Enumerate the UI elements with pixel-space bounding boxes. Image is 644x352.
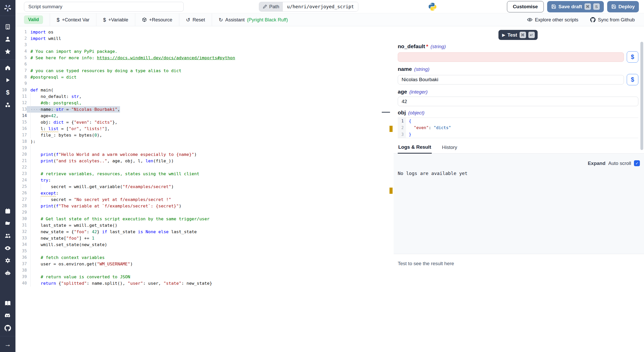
line-content: except: bbox=[27, 190, 58, 196]
sidebar-item-workspace[interactable] bbox=[0, 21, 15, 33]
building-icon bbox=[5, 24, 11, 30]
sidebar-collapse-button[interactable]: → bbox=[0, 338, 15, 350]
sidebar-item-runs[interactable] bbox=[0, 74, 15, 86]
no-default-input[interactable] bbox=[398, 52, 624, 62]
line-number: 21 bbox=[15, 158, 27, 164]
line-number: 36 bbox=[15, 254, 27, 261]
save-draft-label: Save draft bbox=[558, 4, 582, 10]
sidebar-item-groups[interactable] bbox=[0, 230, 15, 242]
line-content: { bbox=[406, 118, 411, 124]
code-line: 2 "even": "dicts" bbox=[398, 124, 638, 131]
code-line: 26 except: bbox=[15, 190, 386, 196]
insert-variable-button[interactable]: $ bbox=[627, 74, 638, 85]
add-context-var-button[interactable]: $ +Context Var bbox=[50, 13, 96, 26]
sidebar-item-schedules[interactable] bbox=[0, 205, 15, 217]
gear-icon bbox=[4, 257, 11, 264]
line-number: 3 bbox=[398, 131, 406, 138]
line-content: print(f"The variable at `f/examples/secr… bbox=[27, 203, 181, 209]
summary-input[interactable] bbox=[24, 2, 184, 12]
field-type: (object) bbox=[408, 110, 425, 116]
code-line: 1{ bbox=[398, 118, 638, 124]
customise-label: Customise bbox=[513, 4, 538, 10]
line-number: 35 bbox=[15, 248, 27, 254]
code-line: 1import os bbox=[15, 29, 386, 35]
line-number: 13 bbox=[15, 106, 27, 113]
name-input[interactable] bbox=[398, 75, 624, 85]
reset-button[interactable]: ↺ Reset bbox=[179, 13, 212, 26]
star-icon bbox=[4, 48, 11, 55]
line-number: 37 bbox=[15, 261, 27, 267]
pane-resize-handle[interactable] bbox=[382, 112, 390, 113]
line-number: 2 bbox=[15, 35, 27, 42]
test-button[interactable]: ▶ Test ⌘ ↵ bbox=[498, 30, 537, 40]
code-line: 29 bbox=[15, 209, 386, 216]
line-content: new_state = {"foo": 42} if last_state is… bbox=[27, 229, 197, 235]
line-content: obj: dict = {"even": "dicts"}, bbox=[27, 119, 117, 125]
explore-other-scripts-button[interactable]: Explore other scripts bbox=[527, 17, 578, 23]
line-content: file_: bytes = bytes(0), bbox=[27, 132, 102, 138]
code-line: 20 print(f"Hello World and a warm welcom… bbox=[15, 151, 386, 158]
panel-scrollbar[interactable] bbox=[640, 42, 643, 150]
code-line: 18): bbox=[15, 138, 386, 145]
line-number: 26 bbox=[15, 190, 27, 196]
line-number: 3 bbox=[15, 42, 27, 48]
deploy-button[interactable]: Deploy bbox=[607, 1, 639, 12]
sidebar-item-settings[interactable] bbox=[0, 254, 15, 267]
customise-button[interactable]: Customise bbox=[507, 1, 544, 12]
code-line: 5# See here for more info: https://docs.… bbox=[15, 55, 386, 61]
sidebar-item-home[interactable] bbox=[0, 62, 15, 74]
code-line: 4# You can import any PyPi package. bbox=[15, 48, 386, 55]
line-number: 22 bbox=[15, 164, 27, 171]
line-number: 5 bbox=[15, 55, 27, 61]
code-line: 11 no_default: str, bbox=[15, 93, 386, 100]
field-type: (string) bbox=[414, 66, 429, 72]
tab-history[interactable]: History bbox=[442, 142, 458, 153]
pane-gap bbox=[386, 26, 394, 352]
reset-label: Reset bbox=[192, 17, 205, 23]
result-tabs: Logs & Result History bbox=[394, 142, 644, 154]
sync-label: Sync from Github bbox=[598, 17, 635, 23]
line-content: # See here for more info: https://docs.w… bbox=[27, 55, 235, 61]
line-content: no_default: str, bbox=[27, 93, 82, 100]
sidebar-item-audit[interactable] bbox=[0, 242, 15, 254]
line-content: secret = wmill.get_variable("f/examples/… bbox=[27, 183, 174, 190]
sidebar-item-discord[interactable] bbox=[0, 309, 15, 322]
autoscroll-label: Auto scroll bbox=[608, 161, 631, 166]
indent-guide bbox=[30, 145, 31, 287]
explore-label: Explore other scripts bbox=[535, 17, 578, 23]
sidebar-item-user[interactable] bbox=[0, 33, 15, 45]
line-number: 29 bbox=[15, 209, 27, 216]
result-panel: Test to see the result here bbox=[394, 254, 644, 352]
sidebar-item-docs[interactable] bbox=[0, 297, 15, 309]
expand-button[interactable]: Expand bbox=[588, 161, 606, 166]
sidebar-item-ai[interactable] bbox=[0, 267, 15, 279]
assistant-button[interactable]: ↻ Assistant (Pyright Black Ruff) bbox=[212, 13, 295, 26]
eye-icon bbox=[527, 17, 532, 22]
sidebar-item-variables[interactable]: $ bbox=[0, 86, 15, 99]
autoscroll-checkbox[interactable]: ✓ bbox=[634, 160, 640, 166]
save-draft-button[interactable]: Save draft ⌘ S bbox=[547, 1, 604, 12]
add-context-var-label: +Context Var bbox=[62, 17, 89, 23]
add-variable-button[interactable]: $ +Variable bbox=[96, 13, 135, 26]
refresh-icon: ↻ bbox=[219, 17, 223, 22]
code-line: 15 obj: dict = {"even": "dicts"}, bbox=[15, 119, 386, 125]
age-input[interactable] bbox=[398, 97, 638, 106]
folder-icon bbox=[5, 220, 11, 227]
tab-logs-result[interactable]: Logs & Result bbox=[398, 142, 432, 154]
code-line: 10def main( bbox=[15, 87, 386, 93]
add-resource-button[interactable]: +Resource bbox=[135, 13, 179, 26]
line-number: 27 bbox=[15, 196, 27, 203]
code-line: 27 secret = "No secret yet at f/examples… bbox=[15, 196, 386, 203]
sidebar-item-github[interactable] bbox=[0, 322, 15, 334]
sidebar-item-favorites[interactable] bbox=[0, 45, 15, 58]
path-field[interactable]: Path u/henri/overjoyed_script bbox=[259, 2, 358, 12]
sync-from-github-button[interactable]: Sync from Github bbox=[590, 17, 635, 23]
code-line: 16 l: list = ["or", "lists!"], bbox=[15, 125, 386, 132]
obj-json-editor[interactable]: 1{2 "even": "dicts"3} bbox=[398, 118, 638, 138]
sidebar-item-folders[interactable] bbox=[0, 217, 15, 230]
sidebar-item-resources[interactable] bbox=[0, 99, 15, 111]
code-editor[interactable]: 1import os2import wmill34# You can impor… bbox=[15, 26, 386, 352]
warning-marker bbox=[389, 126, 393, 132]
insert-variable-button[interactable]: $ bbox=[627, 51, 638, 63]
code-line: 3 bbox=[15, 42, 386, 48]
